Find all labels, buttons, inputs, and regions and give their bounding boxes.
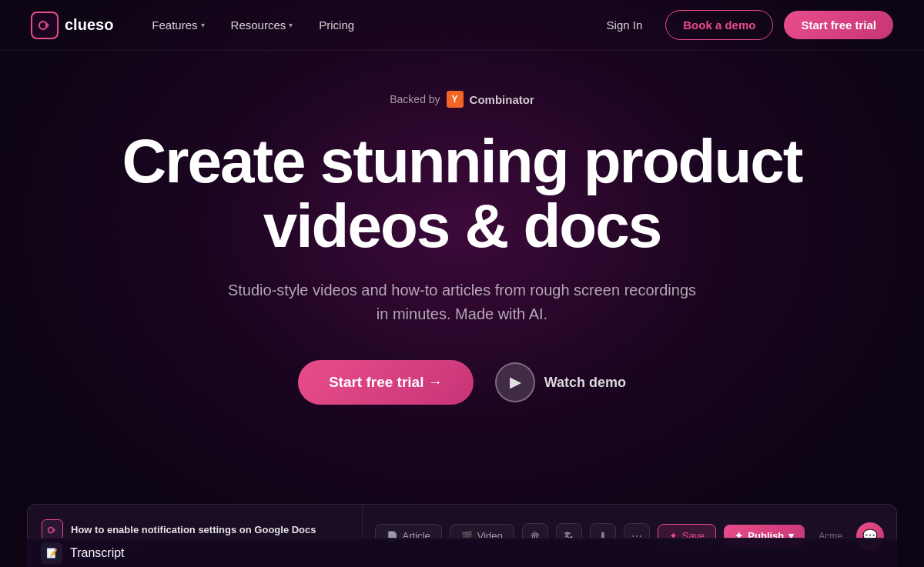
transcript-label: Transcript: [70, 546, 125, 560]
nav-right: Sign In Book a demo Start free trial: [594, 10, 893, 40]
start-free-trial-nav-button[interactable]: Start free trial: [784, 11, 893, 39]
logo-icon: [31, 12, 59, 39]
svg-point-1: [45, 23, 49, 28]
book-demo-button[interactable]: Book a demo: [665, 10, 773, 40]
nav-features[interactable]: Features ▾: [141, 12, 215, 38]
transcript-icon: 📝: [41, 542, 62, 564]
logo-text: clueso: [65, 16, 113, 34]
logo[interactable]: clueso: [31, 12, 113, 39]
combinator-label: Combinator: [470, 93, 534, 106]
sign-in-button[interactable]: Sign In: [594, 12, 655, 38]
nav-left: clueso Features ▾ Resources ▾ Pricing: [31, 12, 365, 39]
transcript-strip: 📝 Transcript: [27, 538, 897, 567]
hero-subheadline: Studio-style videos and how-to articles …: [223, 278, 701, 326]
hero-headline: Create stunning product videos & docs: [122, 129, 802, 258]
nav-pricing[interactable]: Pricing: [308, 12, 365, 38]
navbar: clueso Features ▾ Resources ▾ Pricing Si…: [0, 0, 924, 51]
start-free-trial-hero-button[interactable]: Start free trial →: [298, 360, 474, 405]
chevron-down-icon: ▾: [289, 21, 293, 29]
chevron-down-icon: ▾: [201, 21, 205, 29]
hero-cta-row: Start free trial → ▶ Watch demo: [298, 360, 626, 405]
nav-resources[interactable]: Resources ▾: [220, 12, 304, 38]
backed-by-badge: Backed by Y Combinator: [390, 91, 534, 108]
yc-logo: Y: [447, 91, 464, 108]
nav-links: Features ▾ Resources ▾ Pricing: [141, 12, 365, 38]
svg-point-3: [52, 529, 55, 532]
app-doc-title: How to enable notification settings on G…: [71, 524, 348, 535]
play-icon: ▶: [495, 362, 535, 402]
hero-section: Backed by Y Combinator Create stunning p…: [0, 51, 924, 443]
watch-demo-button[interactable]: ▶ Watch demo: [495, 362, 626, 402]
